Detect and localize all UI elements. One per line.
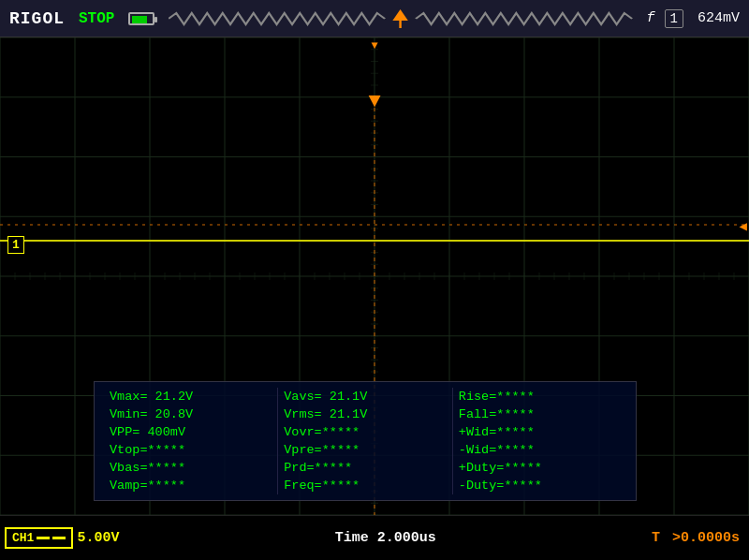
measurement-cell: Fall=***** [452, 405, 626, 423]
measurement-row: Vtop=*****Vpre=*****-Wid=***** [104, 441, 626, 459]
header-bar: RIGOL STOP f 1 624mV [0, 0, 749, 37]
ch1-dash2-icon [52, 537, 66, 539]
measurement-row: Vamp=*****Freq=*****-Duty=***** [104, 477, 626, 494]
trigger-time-group: T >0.0000s [652, 530, 744, 546]
measurement-cell: Vtop=***** [104, 441, 278, 459]
trigger-level-marker: ◀ [740, 218, 747, 234]
measurement-cell: Prd=***** [278, 459, 453, 477]
measurement-cell: Vmax= 21.2V [104, 388, 278, 405]
time-base-display: Time 2.000us [119, 530, 652, 546]
trigger-level-value: 624mV [698, 10, 740, 26]
measurement-cell: +Wid=***** [452, 423, 626, 441]
measurement-cell: +Duty=***** [452, 459, 626, 477]
measurement-cell: Vrms= 21.1V [278, 405, 453, 423]
measurement-cell: Vamp=***** [104, 477, 278, 494]
battery-icon [128, 12, 154, 25]
scope-display: ▼ ▼ ◀ 1 Vmax= 21.2VVavs= 21.1VRise=*****… [0, 37, 749, 515]
measurement-cell: Vovr=***** [278, 423, 453, 441]
trigger-time-value: >0.0000s [672, 530, 740, 546]
measurement-cell: -Wid=***** [452, 441, 626, 459]
trigger-arrow-marker: ▼ [368, 92, 380, 112]
measurement-cell: Vpre=***** [278, 441, 453, 459]
trigger-wave-display [169, 9, 632, 28]
time-base-value: Time 2.000us [335, 530, 436, 546]
measurements-table: Vmax= 21.2VVavs= 21.1VRise=*****Vmin= 20… [104, 388, 626, 494]
trigger-top-marker: ▼ [371, 39, 377, 52]
ch1-status-group: CH1 5.00V [5, 527, 119, 549]
measurement-cell: Vbas=***** [104, 459, 278, 477]
measurement-row: Vbas=*****Prd=*****+Duty=***** [104, 459, 626, 477]
channel-number: 1 [665, 9, 683, 28]
rigol-logo: RIGOL [9, 9, 65, 28]
measurement-cell: Vmin= 20.8V [104, 405, 278, 423]
trigger-offset-label: T [652, 530, 660, 546]
svg-marker-0 [393, 9, 409, 21]
measurement-row: Vmax= 21.2VVavs= 21.1VRise=***** [104, 388, 626, 405]
measurements-panel: Vmax= 21.2VVavs= 21.1VRise=*****Vmin= 20… [94, 381, 637, 501]
measurement-cell: Rise=***** [452, 388, 626, 405]
measurement-cell: Vavs= 21.1V [278, 388, 453, 405]
measurement-cell: -Duty=***** [452, 477, 626, 494]
measurement-cell: VPP= 400mV [104, 423, 278, 441]
f-label: f [647, 10, 655, 26]
measurement-row: Vmin= 20.8VVrms= 21.1VFall=***** [104, 405, 626, 423]
ch1-label: CH1 [12, 531, 34, 545]
ch1-dash-icon [37, 537, 50, 539]
ch1-indicator-box: CH1 [5, 527, 73, 549]
ch1-ground-marker: 1 [7, 236, 24, 254]
measurement-row: VPP= 400mVVovr=*****+Wid=***** [104, 423, 626, 441]
measurement-cell: Freq=***** [278, 477, 453, 494]
status-bar: CH1 5.00V Time 2.000us T >0.0000s [0, 515, 749, 560]
ch1-voltage-value: 5.00V [77, 530, 119, 546]
status-label: STOP [79, 10, 114, 27]
